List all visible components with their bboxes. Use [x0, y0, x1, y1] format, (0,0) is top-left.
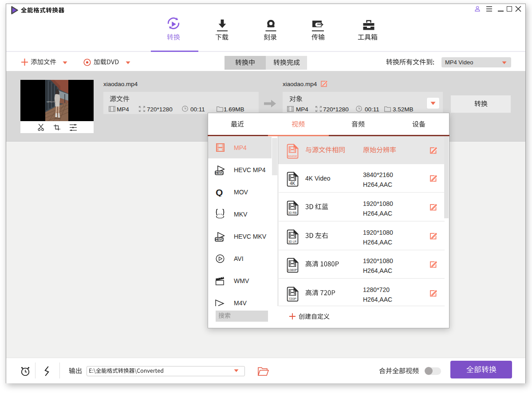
- svg-text:3D RB: 3D RB: [288, 211, 297, 214]
- svg-text:Q: Q: [216, 188, 223, 197]
- svg-text:VEPB 2%: VEPB 2%: [47, 101, 55, 103]
- svg-text:1080P: 1080P: [288, 268, 297, 272]
- svg-text:4K: 4K: [290, 181, 296, 186]
- svg-text:HEVC: HEVC: [215, 238, 223, 241]
- svg-text:3D LR: 3D LR: [288, 240, 297, 243]
- svg-text:HEVC: HEVC: [215, 171, 223, 174]
- svg-text:720P: 720P: [288, 297, 296, 301]
- svg-text:source: source: [288, 154, 297, 158]
